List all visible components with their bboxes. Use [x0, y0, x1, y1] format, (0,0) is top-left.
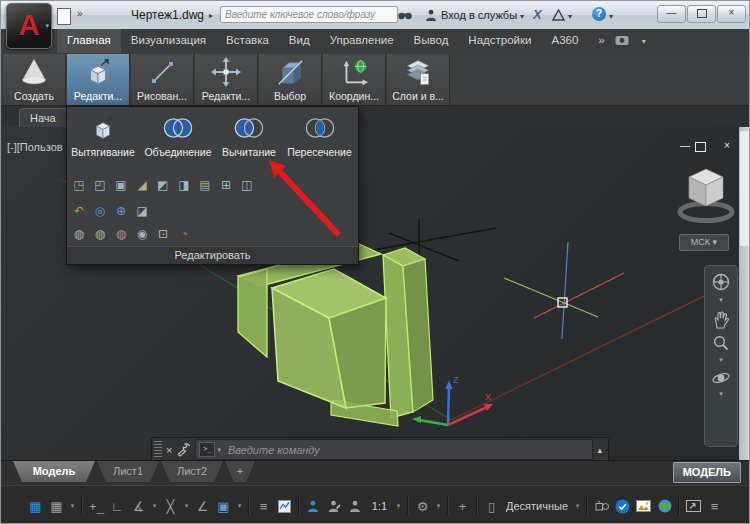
ribbon-display-caret-icon[interactable]: ▾ — [632, 29, 656, 53]
flyout-panel-title[interactable]: Редактировать — [67, 246, 358, 264]
object-snap-tracking-icon[interactable]: ∠ — [192, 495, 213, 517]
command-expand-icon[interactable]: ▴ — [597, 445, 602, 455]
units-label[interactable]: Десятичные — [502, 495, 572, 517]
help-caret-icon[interactable]: ▾ — [609, 12, 613, 21]
annotation-scale-person-icon[interactable] — [345, 495, 366, 517]
command-history-caret-icon[interactable]: ▾ — [217, 446, 221, 454]
application-menu-button[interactable]: A ▾ — [6, 3, 52, 49]
zoom-icon[interactable] — [712, 334, 730, 352]
extrude-tool[interactable]: Вытягивание — [67, 109, 139, 159]
viewport-controls-label[interactable]: [-][Пользов — [7, 141, 63, 153]
graphics-performance-icon[interactable] — [654, 495, 675, 517]
viewcube[interactable] — [677, 161, 735, 227]
grid-display-icon[interactable]: ▦ — [25, 495, 46, 517]
panel-draw[interactable]: Рисован... — [131, 54, 194, 105]
command-input-field[interactable]: >_ ▾ — [195, 439, 593, 460]
search-binoculars-icon[interactable] — [397, 9, 413, 21]
workspace-gear-icon[interactable]: ⚙ — [412, 495, 433, 517]
panel-create[interactable]: Создать — [3, 54, 66, 105]
tab-nadstroiki[interactable]: Надстройки — [458, 29, 541, 53]
tab-vid[interactable]: Вид — [279, 29, 320, 53]
lineweight-icon[interactable]: ≡ — [253, 495, 274, 517]
orbit-icon[interactable] — [711, 370, 731, 386]
tab-model[interactable]: Модель — [13, 461, 95, 482]
scrollbar-thumb[interactable] — [740, 131, 749, 246]
panel-coordinates[interactable]: Координ... — [323, 54, 386, 105]
new-file-icon[interactable] — [57, 8, 71, 29]
help-icon[interactable]: ? — [592, 7, 606, 21]
start-tab[interactable]: Нача — [19, 108, 67, 127]
title-caret-icon[interactable]: ▸ — [209, 11, 213, 20]
quick-properties-icon[interactable] — [591, 495, 612, 517]
wheel-caret-icon[interactable]: ▾ — [719, 296, 723, 304]
tab-list2[interactable]: Лист2 — [161, 461, 223, 482]
panel-layers[interactable]: Слои и в... — [387, 54, 450, 105]
communication-caret-icon[interactable]: ▾ — [568, 12, 572, 21]
solid-edit-tool-14-icon[interactable]: ◍ — [71, 226, 87, 242]
graph-icon[interactable] — [274, 495, 295, 517]
communication-center-icon[interactable] — [552, 9, 565, 21]
annotation-scale-label[interactable]: 1:1 — [366, 495, 393, 517]
zoom-caret-icon[interactable]: ▾ — [719, 356, 723, 364]
clean-screen-icon[interactable] — [683, 495, 704, 517]
annotation-scale-caret[interactable]: ▾ — [393, 495, 404, 517]
panel-edit-solid[interactable]: Редакти... — [67, 54, 130, 105]
solid-edit-tool-8-icon[interactable]: ⊞ — [218, 177, 234, 193]
exchange-icon[interactable]: X — [533, 7, 542, 22]
solid-edit-tool-12-icon[interactable]: ⊕ — [113, 203, 129, 219]
tab-vstavka[interactable]: Вставка — [216, 29, 279, 53]
close-button[interactable]: × — [717, 5, 746, 23]
solid-edit-tool-5-icon[interactable]: ◩ — [155, 177, 171, 193]
object-snap-caret[interactable]: ▾ — [234, 495, 245, 517]
customize-icon[interactable]: ≡ — [704, 495, 725, 517]
solid-edit-tool-3-icon[interactable]: ▣ — [113, 177, 129, 193]
solid-edit-tool-11-icon[interactable]: ◎ — [92, 203, 108, 219]
orbit-caret-icon[interactable]: ▾ — [719, 390, 723, 398]
solid-edit-tool-9-icon[interactable]: ◫ — [239, 177, 255, 193]
panel-selection[interactable]: Выбор — [259, 54, 322, 105]
union-tool[interactable]: Объединение — [139, 109, 217, 159]
solid-edit-tool-17-icon[interactable]: ◉ — [134, 226, 150, 242]
tab-list1[interactable]: Лист1 — [97, 461, 159, 482]
vp-close-icon[interactable]: × — [724, 140, 730, 151]
solid-edit-tool-4-icon[interactable]: ◢ — [134, 177, 150, 193]
isodraft-caret[interactable]: ▾ — [181, 495, 192, 517]
annotation-autoscale-icon[interactable] — [324, 495, 345, 517]
snap-mode-icon[interactable]: ▦ — [46, 495, 67, 517]
solid-edit-tool-7-icon[interactable]: ▤ — [197, 177, 213, 193]
tab-vyvod[interactable]: Вывод — [404, 29, 459, 53]
ortho-mode-icon[interactable]: ∟ — [107, 495, 128, 517]
minimize-button[interactable]: — — [657, 5, 686, 23]
tab-upravlenie[interactable]: Управление — [320, 29, 404, 53]
solid-cube-box[interactable] — [272, 269, 386, 408]
command-grip-handle[interactable] — [154, 441, 162, 458]
hardware-acceleration-icon[interactable] — [612, 495, 633, 517]
signin-label[interactable]: Вход в службы — [441, 9, 517, 21]
solid-edit-tool-18-icon[interactable]: ⊡ — [155, 226, 171, 242]
isodraft-icon[interactable]: ╳ — [160, 495, 181, 517]
snap-mode-caret[interactable]: ▾ — [67, 495, 78, 517]
command-wrench-icon[interactable] — [177, 443, 191, 457]
steering-wheel-icon[interactable] — [711, 272, 731, 292]
qat-overflow-icon[interactable]: » — [77, 8, 83, 19]
workspace-caret[interactable]: ▾ — [433, 495, 444, 517]
vp-restore-icon[interactable] — [695, 142, 706, 152]
polar-tracking-icon[interactable]: ∡ — [128, 495, 149, 517]
vp-minimize-icon[interactable]: — — [680, 140, 690, 151]
isolate-objects-icon[interactable] — [633, 495, 654, 517]
signin-caret-icon[interactable]: ▾ — [520, 12, 524, 21]
solid-edit-tool-1-icon[interactable]: ◳ — [71, 177, 87, 193]
panel-modify[interactable]: Редакти... — [195, 54, 258, 105]
intersect-tool[interactable]: Пересечение — [281, 109, 358, 159]
wcs-dropdown-button[interactable]: МСК ▾ — [679, 234, 729, 251]
solid-edit-tool-15-icon[interactable]: ◍ — [92, 226, 108, 242]
solid-edit-tool-19-icon[interactable]: ◔ — [176, 226, 192, 242]
command-input[interactable] — [226, 443, 593, 457]
model-space-toggle-button[interactable]: МОДЕЛЬ — [673, 462, 741, 483]
solid-edit-tool-16-icon[interactable]: ◍ — [113, 226, 129, 242]
ribbon-display-icon[interactable] — [615, 29, 632, 53]
polar-tracking-caret[interactable]: ▾ — [149, 495, 160, 517]
object-snap-icon[interactable]: ▣ — [213, 495, 234, 517]
subtract-tool[interactable]: Вычитание — [217, 109, 281, 159]
tab-a360[interactable]: A360 — [541, 29, 588, 53]
